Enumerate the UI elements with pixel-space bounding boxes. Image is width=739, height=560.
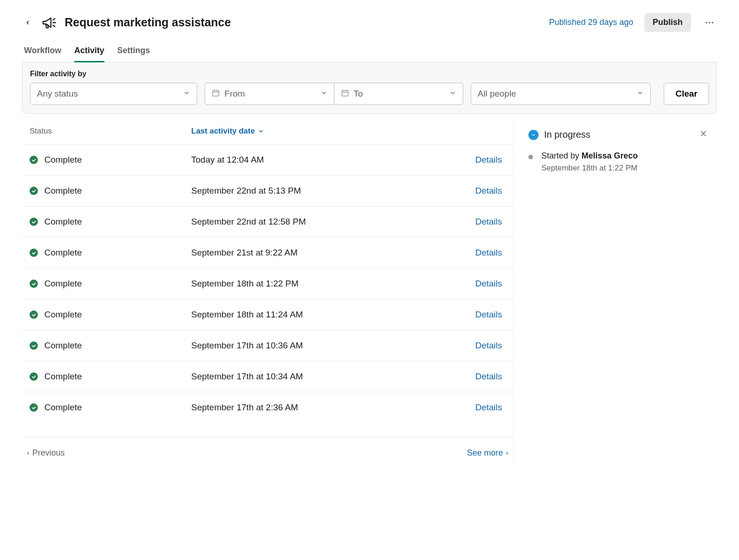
chevron-down-icon <box>183 89 190 99</box>
status-cell: Complete <box>30 248 191 258</box>
details-link[interactable]: Details <box>475 248 506 258</box>
timeline-item: Started by Melissa Greco September 18th … <box>528 151 708 173</box>
status-label: Complete <box>44 310 82 320</box>
column-header-status: Status <box>30 127 191 136</box>
details-link[interactable]: Details <box>475 217 506 227</box>
date-from-filter[interactable]: From <box>205 83 334 105</box>
svg-point-4 <box>709 22 710 24</box>
table-row: CompleteSeptember 17th at 10:36 AMDetail… <box>22 330 513 361</box>
activity-date: September 22nd at 12:58 PM <box>191 217 475 227</box>
chevron-left-icon <box>26 451 30 456</box>
status-cell: Complete <box>30 402 191 413</box>
activity-date: September 18th at 11:24 AM <box>191 310 475 320</box>
check-circle-icon <box>30 310 38 319</box>
check-circle-icon <box>30 403 38 412</box>
megaphone-icon <box>41 14 57 31</box>
pagination-see-more-label: See more <box>467 448 503 458</box>
svg-rect-6 <box>212 90 219 96</box>
timeline-event-time: September 18th at 1:22 PM <box>541 164 638 173</box>
status-filter[interactable]: Any status <box>30 83 197 105</box>
pagination-previous[interactable]: Previous <box>26 448 65 458</box>
table-row: CompleteSeptember 22nd at 5:13 PMDetails <box>22 175 513 206</box>
status-label: Complete <box>44 186 82 196</box>
tab-workflow[interactable]: Workflow <box>24 41 61 62</box>
status-label: Complete <box>44 371 82 382</box>
pagination-see-more[interactable]: See more <box>467 448 509 458</box>
status-filter-value: Any status <box>37 89 78 99</box>
status-cell: Complete <box>30 371 191 382</box>
filter-label: Filter activity by <box>30 70 709 78</box>
status-cell: Complete <box>30 310 191 320</box>
table-row: CompleteSeptember 18th at 11:24 AMDetail… <box>22 299 513 330</box>
activity-date: September 17th at 2:36 AM <box>191 402 475 413</box>
more-icon <box>704 18 715 28</box>
status-cell: Complete <box>30 279 191 289</box>
status-label: Complete <box>44 155 82 165</box>
svg-line-0 <box>53 18 55 20</box>
back-button[interactable] <box>22 17 33 28</box>
date-to-filter[interactable]: To <box>334 83 464 105</box>
tab-activity[interactable]: Activity <box>74 41 104 62</box>
chevron-down-icon <box>320 89 327 99</box>
activity-date: September 17th at 10:34 AM <box>191 371 475 382</box>
close-icon <box>699 129 708 138</box>
more-actions-button[interactable] <box>702 15 717 30</box>
chevron-left-icon <box>24 19 31 26</box>
date-to-value: To <box>354 89 363 99</box>
svg-point-3 <box>706 22 708 24</box>
calendar-icon <box>212 89 220 99</box>
details-link[interactable]: Details <box>475 155 506 165</box>
chevron-down-icon <box>258 128 264 134</box>
calendar-icon <box>341 89 349 99</box>
table-row: CompleteSeptember 22nd at 12:58 PMDetail… <box>22 206 513 237</box>
details-link[interactable]: Details <box>475 371 506 382</box>
check-circle-icon <box>30 372 38 381</box>
panel-close-button[interactable] <box>699 129 708 140</box>
panel-status-title: In progress <box>544 129 694 140</box>
date-from-value: From <box>224 89 245 99</box>
column-header-date[interactable]: Last activity date <box>191 127 264 136</box>
status-label: Complete <box>44 248 82 258</box>
check-circle-icon <box>30 341 38 350</box>
status-cell: Complete <box>30 155 191 165</box>
details-link[interactable]: Details <box>475 341 506 351</box>
table-row: CompleteSeptember 21st at 9:22 AMDetails <box>22 237 513 268</box>
filter-bar: Filter activity by Any status From <box>22 62 717 114</box>
activity-date: September 21st at 9:22 AM <box>191 248 475 258</box>
details-link[interactable]: Details <box>475 310 506 320</box>
check-circle-icon <box>30 218 38 226</box>
activity-date: September 18th at 1:22 PM <box>191 279 475 289</box>
activity-date: Today at 12:04 AM <box>191 155 475 165</box>
check-circle-icon <box>30 280 38 288</box>
page-header: Request marketing assistance Published 2… <box>22 13 717 32</box>
details-link[interactable]: Details <box>475 402 506 413</box>
timeline-event-text: Started by Melissa Greco <box>541 151 638 161</box>
published-status: Published 29 days ago <box>549 18 633 27</box>
status-label: Complete <box>44 217 82 227</box>
activity-date: September 17th at 10:36 AM <box>191 341 475 351</box>
chevron-down-icon <box>636 89 644 99</box>
pagination-previous-label: Previous <box>32 448 65 458</box>
publish-button[interactable]: Publish <box>644 13 691 32</box>
svg-point-5 <box>712 22 714 24</box>
details-link[interactable]: Details <box>475 279 506 289</box>
timeline-dot-icon <box>528 155 533 159</box>
svg-rect-14 <box>532 134 535 135</box>
people-filter[interactable]: All people <box>471 83 651 105</box>
table-row: CompleteSeptember 17th at 10:34 AMDetail… <box>22 361 513 392</box>
status-cell: Complete <box>30 217 191 227</box>
tab-settings[interactable]: Settings <box>117 41 150 62</box>
column-header-date-label: Last activity date <box>191 127 255 136</box>
in-progress-icon <box>528 130 539 140</box>
status-label: Complete <box>44 341 82 351</box>
status-cell: Complete <box>30 341 191 351</box>
clear-filters-button[interactable]: Clear <box>664 83 709 105</box>
chevron-down-icon <box>449 89 456 99</box>
details-link[interactable]: Details <box>475 186 506 196</box>
svg-rect-10 <box>342 90 348 96</box>
people-filter-value: All people <box>478 89 516 99</box>
check-circle-icon <box>30 249 38 257</box>
status-cell: Complete <box>30 186 191 196</box>
details-panel: In progress Started by Melissa Greco Sep… <box>514 117 717 462</box>
status-label: Complete <box>44 279 82 289</box>
